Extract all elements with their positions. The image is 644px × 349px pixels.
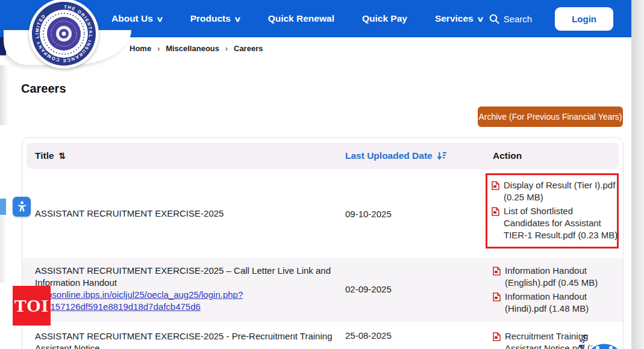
main-nav: About Us ∨ Products ∨ Quick Renewal Quic… [111, 13, 483, 24]
nav-item-about-us[interactable]: About Us ∨ [111, 13, 163, 24]
pdf-link-label: Information Handout (English).pdf (0.45 … [505, 265, 621, 289]
row-date: 25-08-2025 [345, 330, 493, 341]
ibps-login-link[interactable]: d=9157126df591e8819d18d7dafcb475d6 [35, 301, 333, 313]
search-button[interactable]: Search [489, 14, 533, 24]
pdf-link-label: List of Shortlisted Candidates for Assis… [504, 205, 619, 241]
nav-item-quick-pay[interactable]: Quick Pay [362, 13, 407, 24]
nav-label: Products [190, 13, 231, 24]
breadcrumb-miscellaneous[interactable]: Miscellaneous [166, 44, 219, 53]
ask-orin-chatbot-icon: ASK ORIN [577, 335, 631, 349]
table-row: ASSISTANT RECRUITMENT EXERCISE-2025 – Ca… [22, 258, 623, 322]
header-label: Last Uploaded Date [345, 150, 433, 161]
row-actions: Information Handout (English).pdf (0.45 … [493, 265, 623, 315]
page-title: Careers [21, 82, 66, 96]
nav-item-quick-renewal[interactable]: Quick Renewal [268, 13, 334, 24]
sort-descending-icon [437, 152, 446, 160]
toi-watermark-text: TOI [14, 295, 49, 316]
sort-both-icon: ⇅ [59, 151, 66, 161]
pdf-file-icon [493, 332, 501, 341]
careers-table: Title ⇅ Last Uploaded Date Action ASSIST… [22, 137, 624, 349]
breadcrumb-home[interactable]: Home [130, 44, 151, 53]
toi-watermark: TOI [13, 286, 51, 326]
pdf-file-icon [492, 181, 499, 190]
nav-item-services[interactable]: Services ∨ [435, 13, 483, 24]
page-edge-shadow [631, 0, 644, 349]
row-title-text: ASSISTANT RECRUITMENT EXERCISE-2025 – Ca… [35, 265, 331, 288]
pdf-file-icon [493, 292, 501, 301]
nav-label: Services [435, 13, 474, 24]
nav-item-products[interactable]: Products ∨ [190, 13, 240, 24]
chatbot-widget[interactable]: ASK ORIN [577, 335, 631, 349]
nav-label: Quick Renewal [268, 13, 334, 24]
nav-label: About Us [111, 13, 153, 24]
pdf-link[interactable]: Information Handout (Hindi).pdf (1.48 MB… [493, 291, 621, 315]
row-title: ASSISTANT RECRUITMENT EXERCISE-2025 – Ca… [35, 265, 345, 313]
pdf-link[interactable]: Display of Result (Tier I).pdf (0.25 MB) [492, 179, 619, 203]
chevron-down-icon: ∨ [477, 15, 484, 23]
highlight-red-box: Display of Result (Tier I).pdf (0.25 MB)… [486, 173, 619, 249]
chevron-down-icon: ∨ [234, 15, 241, 23]
pdf-file-icon [492, 207, 499, 216]
breadcrumb-separator-icon: › [157, 45, 160, 53]
row-actions: Display of Result (Tier I).pdf (0.25 MB)… [493, 173, 623, 249]
accessibility-person-icon [17, 201, 27, 212]
table-row: ASSISTANT RECRUITMENT EXERCISE-2025 09-1… [22, 169, 623, 258]
company-seal-icon: THE ORIENTAL INSURANCE COMPANY LIMITED [31, 1, 96, 66]
nav-label: Quick Pay [362, 13, 407, 24]
chevron-down-icon: ∨ [156, 15, 163, 23]
oriental-insurance-logo[interactable]: THE ORIENTAL INSURANCE COMPANY LIMITED [29, 0, 99, 69]
row-title: ASSISTANT RECRUITMENT EXERCISE-2025 [35, 208, 345, 220]
login-button[interactable]: Login [555, 7, 613, 31]
archive-button[interactable]: Archive (For Previous Financial Years) [478, 107, 623, 127]
column-header-last-uploaded-date[interactable]: Last Uploaded Date [345, 150, 493, 161]
pdf-link-label: Display of Result (Tier I).pdf (0.25 MB) [504, 179, 619, 203]
pdf-file-icon [493, 267, 501, 276]
pdf-link-label: Information Handout (Hindi).pdf (1.48 MB… [505, 291, 621, 315]
row-date: 02-09-2025 [345, 284, 493, 294]
accessibility-widget-edge [0, 199, 6, 215]
column-header-action: Action [493, 150, 619, 161]
left-edge-artifact [0, 65, 8, 125]
breadcrumb-careers[interactable]: Careers [234, 44, 263, 53]
pdf-link[interactable]: List of Shortlisted Candidates for Assis… [492, 205, 619, 241]
header-label: Action [493, 150, 522, 161]
breadcrumb: Home › Miscellaneous › Careers [130, 44, 263, 53]
header-label: Title [35, 150, 54, 161]
table-row: ASSISTANT RECRUITMENT EXERCISE-2025 - Pr… [22, 322, 623, 349]
accessibility-button[interactable] [13, 197, 31, 217]
column-header-title[interactable]: Title ⇅ [35, 150, 345, 161]
ibps-login-link[interactable]: //ibpsonline.ibps.in/oicljul25/oecla_aug… [35, 289, 333, 301]
table-header-row: Title ⇅ Last Uploaded Date Action [27, 143, 619, 169]
search-icon [489, 14, 499, 24]
row-title: ASSISTANT RECRUITMENT EXERCISE-2025 - Pr… [35, 330, 345, 349]
navbar-right: Search Login [489, 0, 613, 37]
careers-page: About Us ∨ Products ∨ Quick Renewal Quic… [0, 0, 644, 349]
pdf-link[interactable]: Information Handout (English).pdf (0.45 … [493, 265, 621, 289]
search-label: Search [504, 14, 533, 24]
breadcrumb-separator-icon: › [225, 45, 228, 53]
row-date: 09-10-2025 [345, 209, 493, 219]
